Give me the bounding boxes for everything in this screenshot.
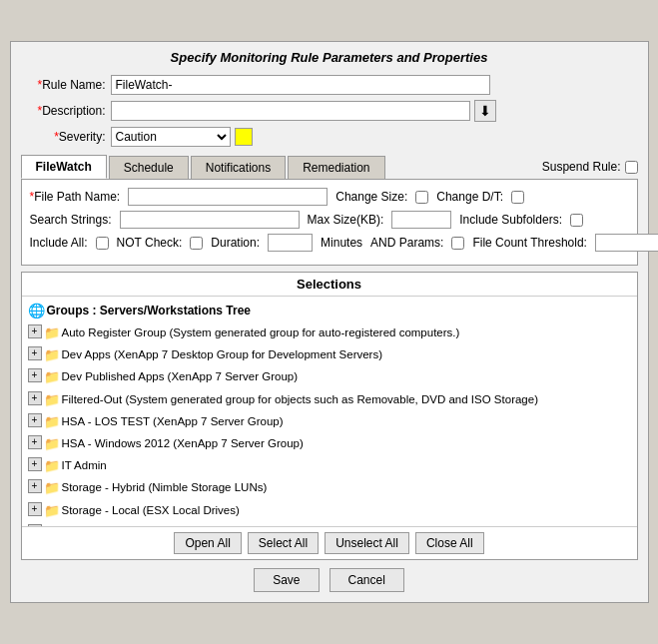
close-all-button[interactable]: Close All bbox=[415, 532, 484, 554]
include-all-label: Include All: bbox=[30, 236, 88, 250]
tab-remediation[interactable]: Remediation bbox=[288, 156, 384, 179]
open-all-button[interactable]: Open All bbox=[174, 532, 241, 554]
tree-item-text: Storage - Local (ESX Local Drives) bbox=[62, 502, 240, 518]
tree-item-text: Storage - Hybrid (Nimble Storage LUNs) bbox=[62, 479, 268, 495]
page-title: Specify Monitoring Rule Parameters and P… bbox=[21, 50, 638, 65]
and-params-checkbox[interactable] bbox=[451, 237, 464, 250]
severity-label: *Severity: bbox=[21, 130, 111, 144]
file-path-input[interactable] bbox=[128, 188, 328, 206]
upload-button[interactable]: ⬇ bbox=[474, 100, 496, 122]
minutes-label: Minutes bbox=[321, 236, 362, 250]
tree-group-label: Groups : Servers/Workstations Tree bbox=[47, 304, 252, 318]
folder-icon: 📁 bbox=[44, 368, 60, 386]
expand-icon[interactable]: + bbox=[28, 324, 42, 338]
change-size-checkbox[interactable] bbox=[415, 191, 428, 204]
include-all-checkbox[interactable] bbox=[96, 237, 109, 250]
max-size-label: Max Size(KB): bbox=[308, 213, 384, 227]
list-item[interactable]: + 📁 HSA - LOS TEST (XenApp 7 Server Grou… bbox=[28, 411, 631, 433]
list-item[interactable]: + 📁 Dev Published Apps (XenApp 7 Server … bbox=[28, 366, 631, 388]
folder-icon: 📁 bbox=[44, 435, 60, 453]
expand-icon[interactable]: + bbox=[28, 479, 42, 493]
folder-icon: 📁 bbox=[44, 413, 60, 431]
folder-icon: 📁 bbox=[44, 524, 60, 526]
select-all-button[interactable]: Select All bbox=[248, 532, 319, 554]
folder-icon: 📁 bbox=[44, 346, 60, 364]
folder-icon: 📁 bbox=[44, 457, 60, 475]
tree-item-text: Auto Register Group (System generated gr… bbox=[62, 324, 460, 340]
tree-container[interactable]: 🌐 Groups : Servers/Workstations Tree + 📁… bbox=[22, 297, 637, 526]
include-subfolders-label: Include Subfolders: bbox=[459, 213, 562, 227]
search-strings-input[interactable] bbox=[120, 211, 300, 229]
folder-icon: 📁 bbox=[44, 324, 60, 342]
change-dt-label: Change D/T: bbox=[436, 190, 503, 204]
bottom-buttons: Save Cancel bbox=[21, 568, 638, 592]
expand-icon[interactable]: + bbox=[28, 413, 42, 427]
list-item[interactable]: + 📁 HSA - Windows 2012 (XenApp 7 Server … bbox=[28, 433, 631, 455]
severity-color-indicator bbox=[235, 128, 253, 146]
tree-buttons: Open All Select All Unselect All Close A… bbox=[22, 526, 637, 559]
suspend-rule-label: Suspend Rule: bbox=[542, 160, 621, 174]
change-size-label: Change Size: bbox=[335, 190, 407, 204]
folder-icon: 📁 bbox=[44, 479, 60, 497]
include-subfolders-checkbox[interactable] bbox=[570, 214, 583, 227]
expand-icon[interactable]: + bbox=[28, 502, 42, 516]
expand-icon[interactable]: + bbox=[28, 391, 42, 405]
not-check-checkbox[interactable] bbox=[190, 237, 203, 250]
tree-group-header: 🌐 Groups : Servers/Workstations Tree bbox=[28, 301, 631, 322]
file-count-input[interactable] bbox=[595, 234, 658, 252]
tree-item-text: Dev Published Apps (XenApp 7 Server Grou… bbox=[62, 368, 299, 384]
tab-filewatch[interactable]: FileWatch bbox=[21, 155, 107, 179]
duration-input[interactable] bbox=[268, 234, 313, 252]
expand-icon[interactable]: + bbox=[28, 435, 42, 449]
selections-area: Selections 🌐 Groups : Servers/Workstatio… bbox=[21, 272, 638, 560]
folder-icon: 📁 bbox=[44, 391, 60, 409]
upload-icon: ⬇ bbox=[479, 103, 491, 119]
description-input[interactable] bbox=[111, 101, 470, 121]
and-params-label: AND Params: bbox=[370, 236, 443, 250]
save-button[interactable]: Save bbox=[254, 568, 319, 592]
description-label: *Description: bbox=[21, 104, 111, 118]
rule-name-input[interactable] bbox=[111, 75, 490, 95]
list-item[interactable]: + 📁 Dev Apps (XenApp 7 Desktop Group for… bbox=[28, 344, 631, 366]
rule-name-label: *Rule Name: bbox=[21, 78, 111, 92]
tree-item-text: Dev Apps (XenApp 7 Desktop Group for Dev… bbox=[62, 346, 383, 362]
folder-icon: 📁 bbox=[44, 502, 60, 520]
unselect-all-button[interactable]: Unselect All bbox=[325, 532, 409, 554]
duration-label: Duration: bbox=[211, 236, 260, 250]
file-path-label: *File Path Name: bbox=[30, 190, 121, 204]
not-check-label: NOT Check: bbox=[117, 236, 183, 250]
list-item[interactable]: + 📁 Auto Register Group (System generate… bbox=[28, 322, 631, 344]
file-count-label: File Count Threshold: bbox=[472, 236, 587, 250]
severity-select[interactable]: Caution Critical Warning Information bbox=[111, 127, 231, 147]
tab-notifications[interactable]: Notifications bbox=[191, 156, 286, 179]
suspend-rule-checkbox[interactable] bbox=[625, 161, 638, 174]
expand-icon[interactable]: + bbox=[28, 368, 42, 382]
tabs-row: FileWatch Schedule Notifications Remedia… bbox=[21, 155, 638, 179]
tree-item-text: HSA - Windows 2012 (XenApp 7 Server Grou… bbox=[62, 435, 304, 451]
tab-content-filewatch: *File Path Name: Change Size: Change D/T… bbox=[21, 179, 638, 266]
expand-icon[interactable]: + bbox=[28, 346, 42, 360]
tree-item-text: VDI - CAP bbox=[62, 524, 115, 526]
change-dt-checkbox[interactable] bbox=[511, 191, 524, 204]
expand-icon[interactable]: + bbox=[28, 524, 42, 526]
list-item[interactable]: + 📁 IT Admin bbox=[28, 455, 631, 477]
tree-item-text: Filtered-Out (System generated group for… bbox=[62, 391, 538, 407]
list-item[interactable]: + 📁 Storage - Hybrid (Nimble Storage LUN… bbox=[28, 477, 631, 499]
globe-icon: 🌐 bbox=[28, 303, 45, 319]
tree-item-text: IT Admin bbox=[62, 457, 107, 473]
list-item[interactable]: + 📁 Storage - Local (ESX Local Drives) bbox=[28, 500, 631, 522]
list-item[interactable]: + 📁 Filtered-Out (System generated group… bbox=[28, 389, 631, 411]
selections-header: Selections bbox=[22, 273, 637, 297]
search-strings-label: Search Strings: bbox=[30, 213, 112, 227]
tree-item-text: HSA - LOS TEST (XenApp 7 Server Group) bbox=[62, 413, 284, 429]
expand-icon[interactable]: + bbox=[28, 457, 42, 471]
tab-schedule[interactable]: Schedule bbox=[109, 156, 189, 179]
cancel-button[interactable]: Cancel bbox=[329, 568, 404, 592]
max-size-input[interactable] bbox=[391, 211, 451, 229]
